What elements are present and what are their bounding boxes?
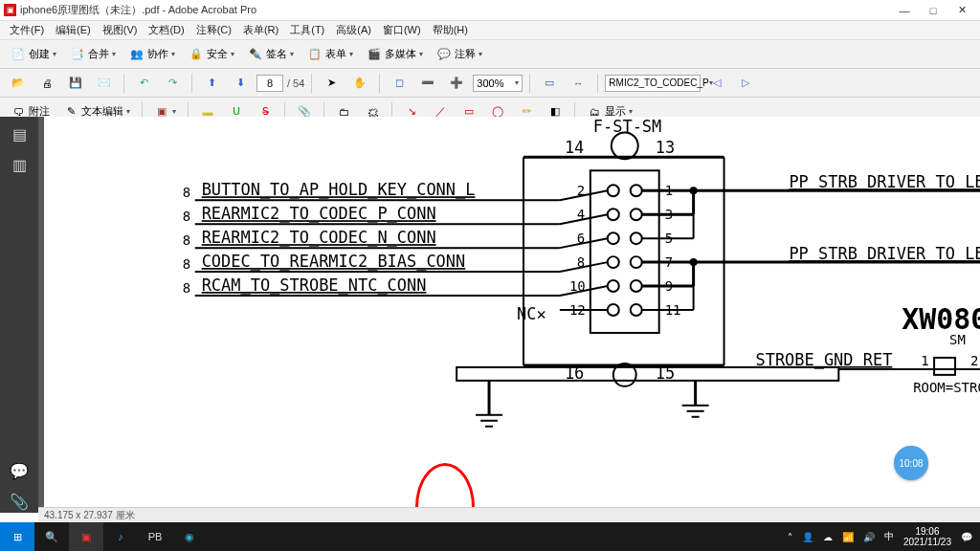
svg-text:8: 8 bbox=[183, 280, 190, 296]
svg-point-22 bbox=[631, 304, 642, 316]
svg-point-21 bbox=[608, 304, 619, 316]
tray-volume-icon[interactable]: 🔊 bbox=[863, 532, 875, 542]
svg-point-68 bbox=[690, 258, 698, 266]
tray-chevron-icon[interactable]: ˄ bbox=[788, 532, 792, 542]
media-button[interactable]: 🎬多媒体▾ bbox=[362, 44, 428, 65]
fit-page-button[interactable]: ▭ bbox=[537, 73, 562, 94]
undo-icon: ↶ bbox=[136, 76, 151, 91]
zoom-out-icon: ➖ bbox=[420, 76, 435, 91]
attachments-panel-button[interactable]: 📎 bbox=[8, 490, 31, 513]
find-next-icon: ▷ bbox=[738, 76, 753, 91]
pages-panel-button[interactable]: ▤ bbox=[8, 122, 31, 145]
start-button[interactable]: ⊞ bbox=[0, 522, 34, 551]
undo-button[interactable]: ↶ bbox=[131, 73, 156, 94]
pdf-icon: ▣ bbox=[81, 531, 91, 543]
menu-advanced[interactable]: 高级(A) bbox=[330, 23, 377, 37]
taskbar-clock[interactable]: 19:06 2021/11/23 bbox=[903, 526, 951, 547]
comments-icon: 💬 bbox=[10, 462, 29, 480]
comment-button[interactable]: 💬注释▾ bbox=[432, 44, 487, 65]
svg-text:RCAM_TO_STROBE_NTC_CONN: RCAM_TO_STROBE_NTC_CONN bbox=[202, 276, 427, 295]
menubar: 文件(F) 编辑(E) 视图(V) 文档(D) 注释(C) 表单(R) 工具(T… bbox=[0, 21, 980, 40]
menu-edit[interactable]: 编辑(E) bbox=[50, 23, 97, 37]
save-icon: 💾 bbox=[68, 76, 83, 91]
media-icon: 🎬 bbox=[367, 47, 382, 62]
create-icon: 📄 bbox=[11, 47, 26, 62]
menu-file[interactable]: 文件(F) bbox=[4, 23, 50, 37]
nav-panel: ▤ ▥ 💬 📎 bbox=[0, 117, 38, 513]
menu-tools[interactable]: 工具(T) bbox=[284, 23, 330, 37]
svg-text:14: 14 bbox=[565, 138, 584, 157]
tray-ime[interactable]: 中 bbox=[884, 530, 894, 543]
marquee-tool[interactable]: ◻ bbox=[387, 73, 412, 94]
taskbar-pb[interactable]: PB bbox=[138, 522, 172, 551]
redo-button[interactable]: ↷ bbox=[160, 73, 185, 94]
windows-taskbar: ⊞ 🔍 ▣ ♪ PB ◉ ˄ 👤 ☁ 📶 🔊 中 19:06 2021/11/2… bbox=[0, 522, 980, 551]
comment-icon: 💬 bbox=[436, 47, 452, 62]
svg-text:STROBE_GND_RET: STROBE_GND_RET bbox=[755, 350, 892, 369]
maximize-button[interactable]: □ bbox=[926, 4, 940, 17]
svg-point-13 bbox=[608, 209, 619, 220]
find-prev-button[interactable]: ◁ bbox=[704, 73, 729, 94]
tray-people-icon[interactable]: 👤 bbox=[802, 532, 813, 542]
net-left-group: 8 BUTTON_TO_AP_HOLD_KEY_CONN_L 8 REARMIC… bbox=[183, 180, 608, 323]
select-tool[interactable]: ➤ bbox=[319, 73, 344, 94]
system-tray: ˄ 👤 ☁ 📶 🔊 中 19:06 2021/11/23 💬 bbox=[788, 526, 980, 547]
menu-window[interactable]: 窗口(W) bbox=[377, 23, 427, 37]
page-up-button[interactable]: ⬆ bbox=[199, 73, 224, 94]
hand-tool[interactable]: ✋ bbox=[347, 73, 372, 94]
secure-button[interactable]: 🔒安全▾ bbox=[184, 44, 239, 65]
attach-icon: 📎 bbox=[10, 493, 29, 511]
svg-text:XW080: XW080 bbox=[902, 302, 980, 336]
bookmarks-panel-button[interactable]: ▥ bbox=[8, 153, 31, 176]
taskbar-acrobat[interactable]: ▣ bbox=[69, 522, 103, 551]
close-button[interactable]: ✕ bbox=[955, 4, 969, 17]
taskbar-app2[interactable]: ♪ bbox=[103, 522, 138, 551]
zoom-select[interactable]: 300%▾ bbox=[473, 75, 523, 92]
form-icon: 📋 bbox=[307, 47, 323, 62]
tray-cloud-icon[interactable]: ☁ bbox=[823, 532, 833, 542]
edge-icon: ◉ bbox=[185, 531, 194, 543]
sign-button[interactable]: ✒️签名▾ bbox=[243, 44, 299, 65]
menu-comment[interactable]: 注释(C) bbox=[190, 23, 237, 37]
zoom-out-button[interactable]: ➖ bbox=[415, 73, 440, 94]
svg-point-61 bbox=[690, 187, 698, 194]
schematic-svg: .wire{stroke:#000;stroke-width:3;fill:no… bbox=[44, 117, 980, 513]
window-title: iphone6原理图纸（未注）.pdf - Adobe Acrobat Pro bbox=[20, 3, 256, 17]
find-next-button[interactable]: ▷ bbox=[733, 73, 758, 94]
create-button[interactable]: 📄创建▾ bbox=[6, 44, 61, 65]
merge-button[interactable]: 📑合并▾ bbox=[65, 44, 121, 65]
menu-forms[interactable]: 表单(R) bbox=[237, 23, 284, 37]
svg-text:8: 8 bbox=[183, 209, 190, 224]
tray-wifi-icon[interactable]: 📶 bbox=[842, 532, 854, 542]
bookmark-icon: ▥ bbox=[12, 156, 27, 174]
windows-icon: ⊞ bbox=[13, 531, 22, 543]
email-button[interactable]: ✉️ bbox=[92, 73, 117, 94]
save-button[interactable]: 💾 bbox=[63, 73, 88, 94]
collab-button[interactable]: 👥协作▾ bbox=[124, 44, 180, 65]
cursor-icon: ➤ bbox=[323, 76, 339, 91]
menu-view[interactable]: 视图(V) bbox=[97, 23, 144, 37]
taskbar-edge[interactable]: ◉ bbox=[172, 522, 207, 551]
page-number-input[interactable] bbox=[256, 75, 283, 92]
find-input[interactable]: RMIC2_TO_CODEC_P▾ bbox=[605, 75, 701, 92]
comments-panel-button[interactable]: 💬 bbox=[8, 459, 31, 482]
form-button[interactable]: 📋表单▾ bbox=[302, 44, 358, 65]
svg-text:BUTTON_TO_AP_HOLD_KEY_CONN_L: BUTTON_TO_AP_HOLD_KEY_CONN_L bbox=[202, 180, 476, 199]
page-down-button[interactable]: ⬇ bbox=[228, 73, 253, 94]
zoom-in-button[interactable]: ➕ bbox=[444, 73, 469, 94]
sign-icon: ✒️ bbox=[248, 47, 263, 62]
menu-help[interactable]: 帮助(H) bbox=[427, 23, 474, 37]
document-viewport[interactable]: .wire{stroke:#000;stroke-width:3;fill:no… bbox=[38, 117, 980, 513]
minimize-button[interactable]: — bbox=[898, 4, 911, 17]
print-button[interactable]: 🖨 bbox=[34, 73, 59, 94]
open-button[interactable]: 📂 bbox=[6, 73, 31, 94]
svg-text:ROOM=STROBE: ROOM=STROBE bbox=[913, 380, 980, 395]
tray-notifications-icon[interactable]: 💬 bbox=[961, 532, 972, 542]
menu-document[interactable]: 文档(D) bbox=[143, 23, 189, 37]
mail-icon: ✉️ bbox=[97, 76, 112, 91]
fit-width-button[interactable]: ↔ bbox=[566, 73, 590, 94]
search-task-button[interactable]: 🔍 bbox=[34, 522, 69, 551]
svg-text:8: 8 bbox=[183, 232, 190, 248]
svg-point-18 bbox=[631, 256, 642, 268]
merge-icon: 📑 bbox=[70, 47, 85, 62]
